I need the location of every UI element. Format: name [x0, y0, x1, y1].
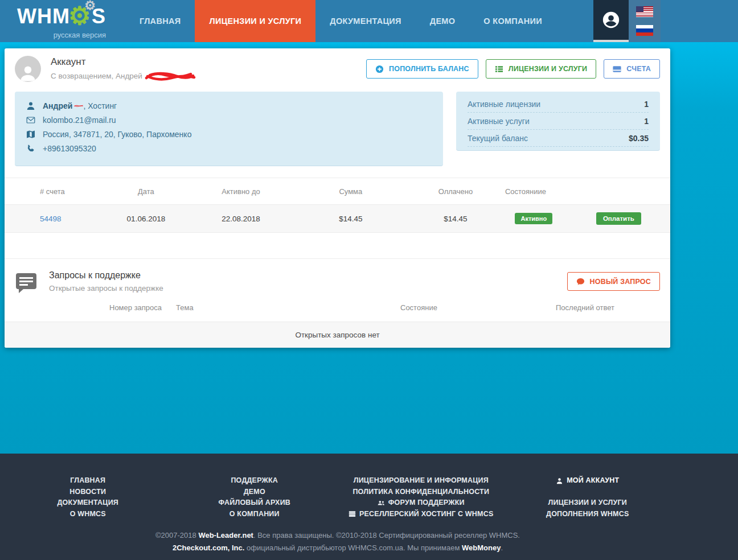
col-amount: Сумма — [291, 178, 411, 205]
header-buttons: ПОПОЛНИТЬ БАЛАНС ЛИЦЕНЗИИ И УСЛУГИ СЧЕТА — [366, 59, 660, 79]
page-background: Аккаунт С возвращением, Андрей ПОПОЛНИТЬ… — [0, 42, 738, 454]
info-panels: Андрей , Хостинг kolombo.21@mail.ru Росс… — [5, 92, 670, 166]
comment-icon — [15, 271, 38, 294]
nav-item-about[interactable]: О КОМПАНИИ — [469, 0, 556, 42]
profile-email: kolombo.21@mail.ru — [43, 116, 116, 125]
user-icon — [556, 477, 563, 484]
footer-link-licensing[interactable]: ЛИЦЕНЗИРОВАНИЕ И ИНФОРМАЦИЯ — [354, 475, 489, 487]
account-card: Аккаунт С возвращением, Андрей ПОПОЛНИТЬ… — [5, 48, 670, 348]
user-silhouette-icon — [18, 63, 38, 82]
footer-link-privacy[interactable]: ПОЛИТИКА КОНФИДЕНЦИАЛЬНОСТИ — [352, 487, 489, 498]
pay-button[interactable]: Оплатить — [596, 212, 641, 225]
invoice-paid: $14.45 — [411, 205, 501, 233]
footer-link-company[interactable]: О КОМПАНИИ — [229, 509, 280, 520]
col-date: Дата — [101, 178, 191, 205]
welcome-subtitle: С возвращением, Андрей — [51, 71, 196, 82]
redaction-scribble — [144, 71, 196, 82]
ru-flag-icon[interactable] — [636, 25, 653, 36]
logo-tagline: русская версия — [54, 31, 106, 39]
col-last-reply: Последний ответ — [556, 303, 614, 312]
main-nav: ГЛАВНАЯ ЛИЦЕНЗИИ И УСЛУГИ ДОКУМЕНТАЦИЯ Д… — [125, 0, 556, 42]
footer-link-licenses-services[interactable]: ЛИЦЕНЗИИ И УСЛУГИ — [548, 497, 628, 509]
support-header: Запросы к поддержке Открытые запросы к п… — [5, 270, 670, 294]
col-status: Состояниие — [501, 178, 567, 205]
footer-links: ГЛАВНАЯ НОВОСТИ ДОКУМЕНТАЦИЯ О WHMCS ПОД… — [5, 475, 671, 520]
logo-text-prefix: WHM — [17, 6, 70, 27]
footer-link-addons[interactable]: ДОПОЛНЕНИЯ WHMCS — [546, 509, 629, 520]
footer-copyright: ©2007-2018 Web-Leader.net. Все права защ… — [5, 529, 671, 554]
user-icon — [26, 101, 35, 110]
col-request-status: Состояние — [400, 303, 437, 312]
support-section: Запросы к поддержке Открытые запросы к п… — [5, 259, 670, 348]
footer-link-forum[interactable]: ФОРУМ ПОДДЕРЖКИ — [378, 497, 465, 509]
footer: ГЛАВНАЯ НОВОСТИ ДОКУМЕНТАЦИЯ О WHMCS ПОД… — [0, 454, 738, 560]
col-topic: Тема — [176, 303, 194, 312]
plus-circle-icon — [375, 65, 384, 73]
footer-link-files[interactable]: ФАЙЛОВЫЙ АРХИВ — [218, 497, 290, 509]
nav-right — [593, 0, 661, 42]
titles: Аккаунт С возвращением, Андрей — [51, 56, 196, 82]
navbar: WHM ⚙ ⚙ S русская версия ГЛАВНАЯ ЛИЦЕНЗИ… — [0, 0, 738, 42]
nav-item-docs[interactable]: ДОКУМЕНТАЦИЯ — [315, 0, 416, 42]
stat-current-balance: Текущий баланс $0.35 — [468, 130, 649, 147]
profile-address: Россия, 347871, 20, Гуково, Пархоменко — [43, 130, 191, 139]
footer-link-docs[interactable]: ДОКУМЕНТАЦИЯ — [58, 497, 119, 509]
nav-item-licenses[interactable]: ЛИЦЕНЗИИ И УСЛУГИ — [195, 0, 315, 42]
profile-address-row: Россия, 347871, 20, Гуково, Пархоменко — [26, 130, 432, 139]
profile-name-suffix: , Хостинг — [83, 101, 117, 110]
credit-card-icon — [613, 65, 621, 73]
support-table-headers: Номер запроса Тема Состояние Последний о… — [5, 303, 670, 322]
nav-item-home[interactable]: ГЛАВНАЯ — [125, 0, 195, 42]
support-title: Запросы к поддержке — [49, 270, 163, 281]
invoice-link[interactable]: 54498 — [40, 215, 62, 223]
gear-icon: ⚙ ⚙ — [68, 3, 93, 30]
invoice-amount: $14.45 — [291, 205, 411, 233]
invoices-table: # счета Дата Активно до Сумма Оллачено С… — [5, 178, 670, 233]
footer-link-about-whmcs[interactable]: О WHMCS — [70, 509, 106, 520]
footer-link-news[interactable]: НОВОСТИ — [69, 487, 106, 498]
invoice-active-until: 22.08.2018 — [191, 205, 290, 233]
profile-name-row: Андрей , Хостинг — [26, 101, 432, 110]
language-switcher — [629, 0, 661, 42]
nav-item-demo[interactable]: ДЕМО — [416, 0, 470, 42]
status-badge: Активно — [515, 213, 552, 224]
web-leader-link[interactable]: Web-Leader.net — [198, 531, 253, 540]
profile-phone: +89613095320 — [43, 144, 96, 153]
server-icon — [348, 510, 356, 517]
footer-col-2: ПОДДЕРЖКА ДЕМО ФАЙЛОВЫЙ АРХИВ О КОМПАНИИ — [171, 475, 338, 520]
col-paid: Оллачено — [411, 178, 501, 205]
stat-active-licenses: Активные лицензии 1 — [468, 96, 649, 113]
checkout-link[interactable]: 2Checkout.com, Inc. — [173, 543, 244, 552]
footer-link-reseller[interactable]: РЕСЕЛЛЕРСКИЙ ХОСТИНГ С WHMCS — [348, 509, 493, 520]
col-action — [567, 178, 670, 205]
card-header: Аккаунт С возвращением, Андрей ПОПОЛНИТЬ… — [5, 48, 670, 92]
invoices-button[interactable]: СЧЕТА — [604, 59, 660, 79]
map-icon — [26, 130, 35, 139]
whmcs-logo[interactable]: WHM ⚙ ⚙ S русская версия — [17, 0, 106, 42]
new-request-button[interactable]: НОВЫЙ ЗАПРОС — [567, 272, 660, 291]
col-request-number: Номер запроса — [109, 303, 162, 312]
support-titles: Запросы к поддержке Открытые запросы к п… — [49, 270, 163, 293]
footer-link-demo[interactable]: ДЕМО — [244, 487, 265, 498]
account-menu-button[interactable] — [593, 0, 629, 42]
copyright-line-2: 2Checkout.com, Inc. официальный дистрибь… — [5, 542, 671, 554]
licenses-services-button[interactable]: ЛИЦЕНЗИИ И УСЛУГИ — [486, 59, 597, 79]
invoice-date: 01.06.2018 — [101, 205, 191, 233]
footer-link-my-account[interactable]: МОЙ АККАУНТ — [556, 475, 619, 487]
profile-panel: Андрей , Хостинг kolombo.21@mail.ru Росс… — [15, 92, 443, 166]
account-circle-icon — [601, 10, 621, 30]
col-invoice-id: # счета — [5, 178, 101, 205]
profile-name: Андрей — [43, 101, 72, 110]
footer-link-support[interactable]: ПОДДЕРЖКА — [231, 475, 278, 487]
invoices-header-row: # счета Дата Активно до Сумма Оллачено С… — [5, 178, 670, 205]
phone-icon — [26, 144, 35, 153]
avatar — [15, 56, 41, 82]
page-title: Аккаунт — [51, 56, 196, 68]
invoice-row: 54498 01.06.2018 22.08.2018 $14.45 $14.4… — [5, 205, 670, 233]
stat-active-services: Активные услуги 1 — [468, 113, 649, 130]
webmoney-link[interactable]: WebMoney — [462, 543, 501, 552]
us-flag-icon[interactable] — [636, 6, 653, 17]
topup-balance-button[interactable]: ПОПОЛНИТЬ БАЛАНС — [366, 59, 478, 79]
footer-link-home[interactable]: ГЛАВНАЯ — [70, 475, 105, 487]
support-empty-message: Открытых запросов нет — [5, 322, 670, 348]
